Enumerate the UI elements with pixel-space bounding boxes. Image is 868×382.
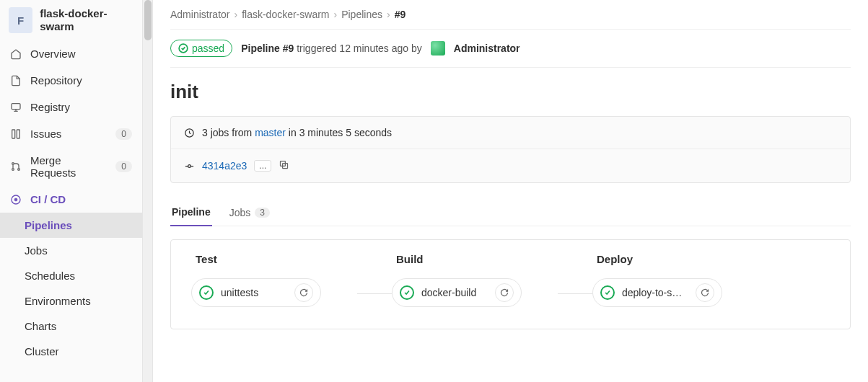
commit-row: 4314a2e3 ...: [171, 148, 850, 182]
cicd-icon: [10, 194, 22, 205]
job-name: docker-build: [421, 287, 488, 298]
scrollbar-thumb[interactable]: [144, 0, 152, 40]
svg-point-10: [188, 164, 191, 167]
tab-label: Jobs: [229, 207, 251, 218]
subnav-jobs[interactable]: Jobs: [0, 238, 142, 263]
by-label: by: [408, 43, 422, 54]
project-name: flask-docker-swarm: [40, 7, 133, 33]
nav-label: Registry: [30, 101, 70, 113]
status-passed-icon: [400, 285, 414, 300]
sidebar-item-repository[interactable]: Repository: [0, 67, 142, 94]
stage-connector: [558, 293, 592, 294]
sidebar-item-registry[interactable]: Registry: [0, 94, 142, 120]
breadcrumb-project[interactable]: flask-docker-swarm: [242, 9, 329, 20]
sidebar-item-merge-requests[interactable]: Merge Requests 0: [0, 147, 142, 186]
job-unittests[interactable]: unittests: [191, 278, 321, 307]
sidebar-item-overview[interactable]: Overview: [0, 40, 142, 67]
chevron-right-icon: ›: [334, 9, 338, 20]
status-text: passed: [192, 43, 224, 54]
status-passed-icon: [600, 285, 615, 300]
subnav-schedules[interactable]: Schedules: [0, 263, 142, 288]
merge-icon: [10, 161, 22, 172]
status-passed-icon: [199, 285, 214, 300]
svg-point-4: [12, 169, 14, 171]
expand-message-button[interactable]: ...: [254, 160, 271, 172]
retry-icon: [701, 288, 709, 297]
subnav-charts[interactable]: Charts: [0, 314, 142, 339]
retry-icon: [500, 288, 509, 297]
time-ago: 12 minutes ago: [339, 43, 408, 54]
jobs-count-badge: 3: [255, 208, 270, 218]
issues-icon: [10, 128, 22, 140]
chevron-right-icon: ›: [234, 9, 237, 20]
stage-connector: [357, 293, 392, 294]
svg-point-7: [14, 198, 17, 201]
sidebar-item-cicd[interactable]: CI / CD: [0, 186, 142, 213]
copy-sha-button[interactable]: [279, 159, 289, 172]
breadcrumb-current: #9: [395, 9, 406, 20]
stage-title: Deploy: [592, 253, 758, 265]
pipeline-header: passed Pipeline #9 triggered 12 minutes …: [170, 30, 851, 68]
pipeline-graph: Test unittests Build docker-build Deploy: [170, 239, 851, 329]
retry-button[interactable]: [294, 283, 313, 302]
svg-rect-2: [17, 130, 19, 138]
breadcrumb-section[interactable]: Pipelines: [341, 9, 382, 20]
retry-button[interactable]: [696, 283, 714, 302]
triggered-label: triggered: [294, 43, 339, 54]
commit-icon: [184, 161, 195, 172]
nav-label: Overview: [30, 48, 76, 60]
breadcrumb-root[interactable]: Administrator: [170, 9, 229, 20]
job-deploy-to-swarm[interactable]: deploy-to-swarm: [592, 278, 722, 307]
jobs-count-text: 3 jobs from: [202, 127, 255, 138]
mr-badge: 0: [115, 161, 132, 172]
pipeline-info-box: 3 jobs from master in 3 minutes 5 second…: [170, 116, 851, 183]
pipeline-number: Pipeline #9: [241, 43, 294, 54]
svg-rect-0: [12, 103, 20, 109]
svg-point-5: [18, 169, 20, 171]
nav-label: CI / CD: [30, 193, 66, 205]
tabs: Pipeline Jobs 3: [170, 199, 851, 226]
sidebar: F flask-docker-swarm Overview Repository…: [0, 0, 143, 382]
stage-deploy: Deploy deploy-to-swarm: [592, 253, 758, 307]
copy-icon: [279, 159, 289, 170]
nav-label: Merge Requests: [30, 154, 107, 179]
retry-icon: [299, 288, 308, 297]
subnav-environments[interactable]: Environments: [0, 288, 142, 314]
sidebar-item-issues[interactable]: Issues 0: [0, 120, 142, 147]
duration-text: 3 minutes 5 seconds: [299, 127, 392, 138]
issues-badge: 0: [115, 128, 132, 140]
subnav-cluster[interactable]: Cluster: [0, 339, 142, 364]
user-avatar[interactable]: [431, 41, 445, 55]
tab-pipeline[interactable]: Pipeline: [170, 199, 212, 226]
status-badge-passed[interactable]: passed: [170, 40, 232, 57]
jobs-summary-row: 3 jobs from master in 3 minutes 5 second…: [171, 117, 850, 148]
job-name: deploy-to-swarm: [622, 287, 688, 298]
svg-rect-1: [12, 130, 15, 138]
branch-link[interactable]: master: [255, 127, 286, 138]
job-docker-build[interactable]: docker-build: [392, 278, 522, 307]
chevron-right-icon: ›: [387, 9, 390, 20]
commit-title: init: [170, 81, 851, 103]
nav-label: Issues: [30, 128, 61, 140]
commit-sha-link[interactable]: 4314a2e3: [202, 160, 247, 172]
subnav-pipelines[interactable]: Pipelines: [0, 213, 142, 238]
breadcrumb: Administrator › flask-docker-swarm › Pip…: [170, 9, 851, 30]
job-name: unittests: [221, 287, 287, 298]
file-icon: [10, 75, 22, 86]
stage-title: Test: [191, 253, 357, 265]
stage-title: Build: [392, 253, 558, 265]
clock-icon: [184, 128, 195, 138]
monitor-icon: [10, 102, 22, 113]
retry-button[interactable]: [495, 283, 514, 302]
sidebar-scrollbar[interactable]: [143, 0, 153, 382]
nav-label: Repository: [30, 74, 82, 86]
check-circle-icon: [178, 43, 188, 53]
home-icon: [10, 48, 22, 60]
project-header[interactable]: F flask-docker-swarm: [0, 0, 142, 40]
svg-point-3: [12, 163, 14, 165]
duration-prefix: in: [286, 127, 299, 138]
main-content: Administrator › flask-docker-swarm › Pip…: [153, 0, 868, 382]
project-avatar: F: [9, 7, 32, 33]
tab-jobs[interactable]: Jobs 3: [228, 199, 271, 226]
triggered-by-user[interactable]: Administrator: [454, 43, 520, 54]
